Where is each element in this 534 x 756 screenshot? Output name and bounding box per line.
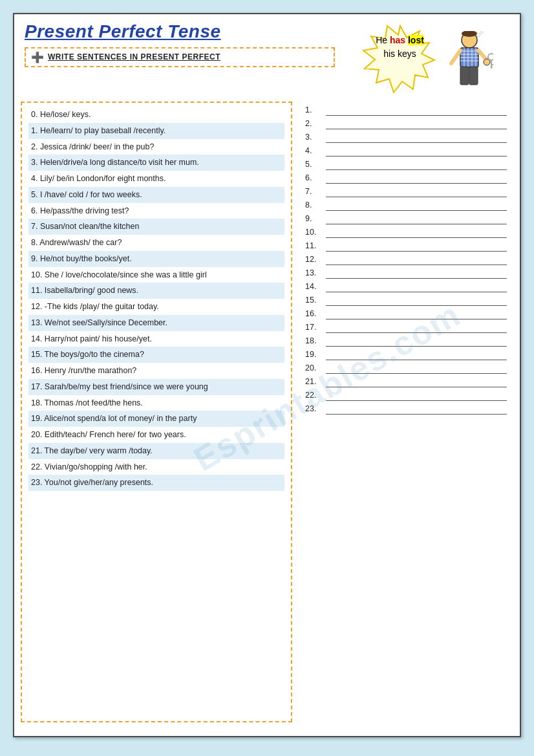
answer-line[interactable]: [326, 349, 507, 360]
answer-line[interactable]: [326, 240, 507, 252]
answer-line-group: 8.: [305, 199, 507, 211]
bubble-content: He has lost his keys: [358, 34, 442, 61]
question-item: 18. Thomas /not feed/the hens.: [28, 395, 284, 411]
svg-point-17: [488, 54, 493, 60]
question-item: 19. Alice/not spend/a lot of money/ in t…: [28, 411, 284, 427]
header-area: Present Perfect Tense ➕ WRITE SENTENCES …: [14, 14, 520, 102]
answer-number: 15.: [305, 296, 323, 305]
answer-number: 14.: [305, 282, 323, 291]
answer-line[interactable]: [326, 267, 507, 279]
answer-line[interactable]: [326, 199, 507, 211]
answer-line-group: 13.: [305, 267, 507, 279]
answer-line[interactable]: [326, 104, 507, 116]
answer-line[interactable]: [326, 335, 507, 347]
answer-number: 22.: [305, 391, 323, 400]
answer-line[interactable]: [326, 213, 507, 224]
answer-line[interactable]: [326, 226, 507, 238]
answer-line-group: 1.: [305, 104, 507, 116]
answer-line-group: 12.: [305, 254, 507, 265]
answer-line[interactable]: [326, 145, 507, 157]
question-item: 7. Susan/not clean/the kitchen: [28, 219, 284, 235]
answer-line[interactable]: [326, 362, 507, 374]
svg-line-14: [451, 50, 460, 63]
question-item: 1. He/learn/ to play baseball /recently.: [28, 123, 284, 139]
question-item: 21. The day/be/ very warm /today.: [28, 443, 284, 459]
question-item: 14. Harry/not paint/ his house/yet.: [28, 331, 284, 347]
answer-number: 20.: [305, 363, 323, 373]
answer-number: 3.: [305, 133, 323, 142]
answer-line[interactable]: [326, 118, 507, 129]
question-item: 10. She / love/chocolate/since she was a…: [28, 267, 284, 283]
has-text: has: [390, 35, 405, 45]
answer-line-group: 16.: [305, 308, 507, 319]
man-figure: [445, 31, 493, 92]
answer-line-group: 2.: [305, 118, 507, 129]
answer-line[interactable]: [326, 172, 507, 184]
answer-line-group: 3.: [305, 131, 507, 143]
answer-number: 8.: [305, 200, 323, 210]
answer-line-group: 21.: [305, 376, 507, 387]
question-item: 13. We/not see/Sally/since December.: [28, 315, 284, 331]
question-item: 17. Sarah/be/my best friend/since we wer…: [28, 379, 284, 395]
answer-number: 13.: [305, 268, 323, 277]
answer-line[interactable]: [326, 376, 507, 387]
answer-number: 6.: [305, 173, 323, 182]
question-item: 8. Andrew/wash/ the car?: [28, 235, 284, 251]
answer-line-group: 15.: [305, 294, 507, 306]
answer-number: 9.: [305, 214, 323, 223]
answer-line[interactable]: [326, 158, 507, 170]
illustration-area: He has lost his keys: [341, 22, 509, 98]
answer-line[interactable]: [326, 403, 507, 415]
answer-line[interactable]: [326, 389, 507, 401]
answer-line[interactable]: [326, 186, 507, 197]
content-area: 0. He/lose/ keys.1. He/learn/ to play ba…: [14, 102, 520, 729]
question-item: 20. Edith/teach/ French here/ for two ye…: [28, 427, 284, 443]
answer-line-group: 19.: [305, 349, 507, 360]
he-text: He: [376, 35, 390, 45]
answer-number: 16.: [305, 309, 323, 318]
question-item: 4. Lily/ be/in London/for eight months.: [28, 171, 284, 187]
answer-number: 7.: [305, 187, 323, 196]
answer-line-group: 11.: [305, 240, 507, 252]
question-item: 6. He/pass/the driving test?: [28, 203, 284, 219]
question-item: 16. Henry /run/the marathon?: [28, 363, 284, 379]
answer-line-group: 17.: [305, 321, 507, 333]
answer-line-group: 22.: [305, 389, 507, 401]
lost-text: lost: [408, 35, 424, 45]
answer-line-group: 20.: [305, 362, 507, 374]
answer-line-group: 18.: [305, 335, 507, 347]
his-keys-text: his keys: [383, 49, 416, 59]
answer-number: 21.: [305, 377, 323, 386]
answer-line[interactable]: [326, 281, 507, 292]
question-item: 11. Isabella/bring/ good news.: [28, 283, 284, 299]
answer-number: 5.: [305, 160, 323, 169]
subtitle-text: WRITE SENTENCES IN PRESENT PERFECT: [48, 52, 220, 61]
answers-panel: 1.2.3.4.5.6.7.8.9.10.11.12.13.14.15.16.1…: [292, 102, 513, 722]
question-item: 3. Helen/drive/a long distance/to visit …: [28, 155, 284, 171]
question-item: 5. I /have/ cold / for two weeks.: [28, 187, 284, 203]
answer-line-group: 23.: [305, 403, 507, 415]
answer-line-group: 10.: [305, 226, 507, 238]
answer-line-group: 6.: [305, 172, 507, 184]
answer-line-group: 5.: [305, 158, 507, 170]
svg-rect-12: [460, 67, 469, 85]
question-item: 22. Vivian/go/shopping /with her.: [28, 459, 284, 475]
questions-panel: 0. He/lose/ keys.1. He/learn/ to play ba…: [21, 102, 292, 722]
answer-number: 23.: [305, 404, 323, 413]
answer-line[interactable]: [326, 321, 507, 333]
answer-number: 11.: [305, 241, 323, 250]
question-item: 12. -The kids /play/ the guitar today.: [28, 299, 284, 315]
answer-number: 19.: [305, 350, 323, 359]
answer-line[interactable]: [326, 294, 507, 306]
answer-number: 1.: [305, 105, 323, 114]
answer-line[interactable]: [326, 308, 507, 319]
answer-line[interactable]: [326, 131, 507, 143]
answer-line-group: 7.: [305, 186, 507, 197]
subtitle-box: ➕ WRITE SENTENCES IN PRESENT PERFECT: [25, 47, 335, 67]
question-item: 2. Jessica /drink/ beer/ in the pub?: [28, 139, 284, 155]
answer-line[interactable]: [326, 254, 507, 265]
answer-line-group: 14.: [305, 281, 507, 292]
answer-line-group: 9.: [305, 213, 507, 224]
svg-point-21: [476, 33, 480, 37]
answer-number: 4.: [305, 146, 323, 155]
